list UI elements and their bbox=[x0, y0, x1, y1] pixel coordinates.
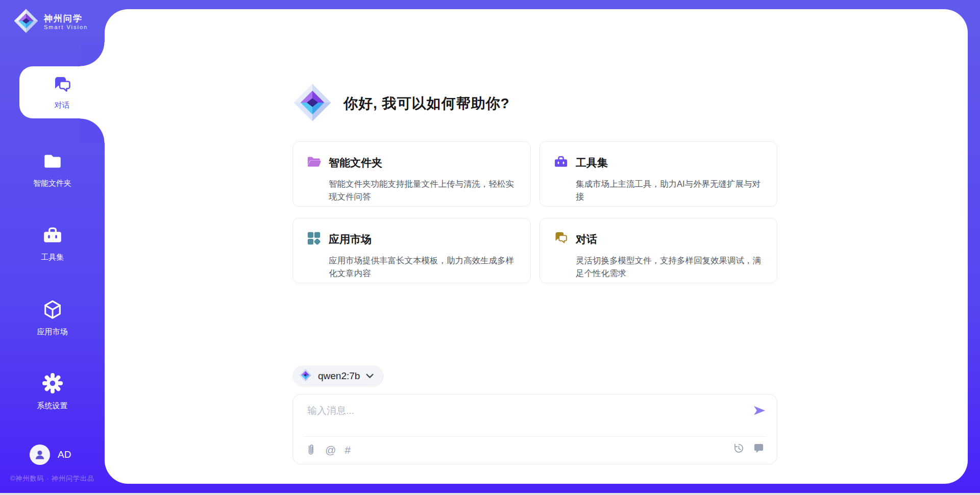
user-account[interactable]: AD bbox=[30, 444, 71, 465]
hashtag-icon[interactable]: # bbox=[345, 442, 351, 458]
card-title: 应用市场 bbox=[329, 232, 372, 246]
briefcase-icon bbox=[42, 225, 63, 248]
feedback-chat-icon[interactable] bbox=[753, 442, 765, 454]
sidebar-item-label: 智能文件夹 bbox=[33, 179, 71, 188]
sidebar-item-label: 系统设置 bbox=[37, 401, 68, 411]
card-title: 智能文件夹 bbox=[329, 156, 382, 170]
model-name: qwen2:7b bbox=[318, 370, 360, 382]
greeting: 你好, 我可以如何帮助你? bbox=[292, 83, 510, 125]
brand-diamond-icon bbox=[13, 8, 39, 36]
bottom-edge bbox=[0, 493, 980, 495]
message-composer: @ # bbox=[292, 394, 777, 464]
user-name: AD bbox=[58, 449, 71, 460]
card-description: 应用市场提供丰富长文本模板，助力高效生成多样化文章内容 bbox=[329, 254, 522, 280]
app-grid-icon bbox=[306, 231, 322, 248]
composer-divider bbox=[303, 436, 767, 437]
avatar bbox=[30, 444, 50, 465]
card-toolset[interactable]: 工具集 集成市场上主流工具，助力AI与外界无缝扩展与对接 bbox=[540, 141, 777, 207]
brand-logo: 神州问学 Smart Vision bbox=[13, 8, 88, 36]
greeting-title: 你好, 我可以如何帮助你? bbox=[344, 94, 510, 113]
app-root: 神州问学 Smart Vision 对话 智能文件夹 bbox=[0, 0, 980, 495]
sidebar-item-settings[interactable]: 系统设置 bbox=[0, 372, 105, 411]
assistant-diamond-icon bbox=[292, 83, 332, 125]
sidebar-item-label: 工具集 bbox=[41, 253, 64, 262]
card-title: 对话 bbox=[576, 232, 597, 246]
tab-curve-bottom bbox=[80, 118, 105, 143]
card-app-market[interactable]: 应用市场 应用市场提供丰富长文本模板，助力高效生成多样化文章内容 bbox=[292, 218, 531, 283]
brand-subtitle: Smart Vision bbox=[44, 24, 88, 30]
sidebar-item-toolset[interactable]: 工具集 bbox=[0, 225, 105, 262]
mention-icon[interactable]: @ bbox=[325, 442, 336, 458]
card-description: 集成市场上主流工具，助力AI与外界无缝扩展与对接 bbox=[576, 178, 769, 203]
chat-icon bbox=[553, 231, 569, 248]
sidebar-item-label: 应用市场 bbox=[37, 327, 68, 337]
message-input[interactable] bbox=[306, 402, 747, 420]
tab-curve-top bbox=[80, 42, 105, 66]
folder-open-icon bbox=[306, 154, 322, 171]
briefcase-icon bbox=[553, 154, 569, 171]
sidebar-item-label: 对话 bbox=[55, 101, 70, 110]
sidebar-item-smart-folder[interactable]: 智能文件夹 bbox=[0, 151, 105, 188]
send-icon[interactable] bbox=[751, 403, 767, 418]
card-description: 灵活切换多模型文件，支持多样回复效果调试，满足个性化需求 bbox=[576, 254, 769, 280]
card-title: 工具集 bbox=[576, 156, 608, 170]
history-icon[interactable] bbox=[733, 442, 745, 454]
brand-name: 神州问学 bbox=[44, 14, 88, 24]
card-chat[interactable]: 对话 灵活切换多模型文件，支持多样回复效果调试，满足个性化需求 bbox=[540, 218, 777, 283]
card-description: 智能文件夹功能支持批量文件上传与清洗，轻松实现文件问答 bbox=[329, 178, 522, 203]
chat-icon bbox=[52, 75, 72, 97]
card-smart-folder[interactable]: 智能文件夹 智能文件夹功能支持批量文件上传与清洗，轻松实现文件问答 bbox=[292, 141, 531, 207]
sidebar-footer: ©神州数码 · 神州问学出品 bbox=[0, 474, 105, 483]
gear-icon bbox=[41, 372, 64, 397]
chevron-down-icon bbox=[366, 372, 374, 381]
attach-icon[interactable] bbox=[305, 443, 316, 457]
model-selector[interactable]: qwen2:7b bbox=[292, 365, 384, 387]
cube-icon bbox=[41, 298, 64, 323]
model-diamond-icon bbox=[299, 368, 312, 384]
sidebar-item-app-market[interactable]: 应用市场 bbox=[0, 298, 105, 337]
folder-icon bbox=[42, 151, 63, 174]
feature-cards: 智能文件夹 智能文件夹功能支持批量文件上传与清洗，轻松实现文件问答 工具集 集成… bbox=[292, 141, 777, 283]
sidebar-item-chat[interactable]: 对话 bbox=[19, 66, 105, 118]
